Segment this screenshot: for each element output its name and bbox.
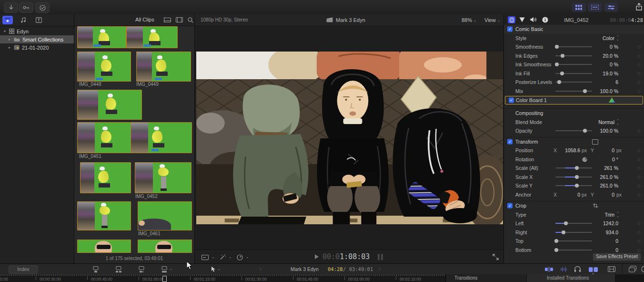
audio-meter[interactable] xyxy=(381,254,383,260)
anchor-y-field[interactable]: 0 xyxy=(594,192,614,198)
viewer-canvas[interactable] xyxy=(196,52,503,224)
viewer-zoom-popup[interactable]: 88% xyxy=(462,17,477,23)
share-button[interactable] xyxy=(635,3,643,11)
keyword-editor-button[interactable] xyxy=(19,2,33,13)
param-value[interactable]: 0 % xyxy=(575,62,618,67)
solo-button[interactable] xyxy=(574,266,581,272)
sidebar-item-library[interactable]: Edyn xyxy=(0,27,74,35)
position-y-field[interactable]: 0 xyxy=(594,147,614,153)
keyframe-diamond-icon[interactable] xyxy=(637,248,641,252)
crop-left-value[interactable]: 1242.0 xyxy=(575,220,618,226)
param-value[interactable]: 100.0 % xyxy=(575,88,618,94)
keyframe-diamond-icon[interactable] xyxy=(637,166,641,170)
keyframe-diamond-icon[interactable] xyxy=(637,89,641,94)
keyframe-diamond-icon[interactable] xyxy=(637,128,641,133)
film-view-button[interactable] xyxy=(176,17,183,22)
clip-filter-popup[interactable]: All Clips xyxy=(135,17,154,22)
connect-edit-button[interactable] xyxy=(91,265,100,273)
disclosure-closed-icon[interactable] xyxy=(8,45,11,50)
fullscreen-button[interactable] xyxy=(493,254,499,260)
viewer-timecode[interactable]: 00:01:08:03 xyxy=(322,252,370,261)
crop-bottom-value[interactable]: 0 xyxy=(575,247,618,253)
tab-libraries[interactable] xyxy=(2,16,13,24)
crop-type-popup[interactable]: Trim xyxy=(562,212,614,218)
transitions-browser-button[interactable] xyxy=(629,266,636,272)
viewer-view-popup[interactable]: View xyxy=(484,17,500,23)
anchor-x-field[interactable]: 0 xyxy=(557,192,580,198)
crop-top-value[interactable]: 0 xyxy=(575,238,618,244)
show-inspector-button[interactable] xyxy=(604,2,618,12)
show-timeline-button[interactable] xyxy=(588,2,602,12)
prev-project-arrow[interactable]: ‹ xyxy=(260,266,262,272)
index-button[interactable]: Index xyxy=(9,265,38,274)
clip-thumbnail[interactable] xyxy=(77,201,131,230)
keyframe-diamond-icon[interactable] xyxy=(637,62,641,67)
effect-enabled-checkbox[interactable] xyxy=(507,27,513,32)
position-x-field[interactable]: 1058.6 xyxy=(557,147,580,153)
transform-checkbox[interactable] xyxy=(507,139,513,144)
append-edit-button[interactable] xyxy=(137,265,146,273)
play-button[interactable] xyxy=(315,254,319,259)
tool-select-menu[interactable] xyxy=(210,265,222,273)
param-value[interactable]: 20.0 % xyxy=(575,53,618,59)
clip-appearance-menu[interactable] xyxy=(201,254,215,260)
disclosure-open-icon[interactable] xyxy=(3,29,7,33)
keyframe-diamond-icon[interactable] xyxy=(637,230,641,235)
keyframe-diamond-icon[interactable] xyxy=(637,175,641,179)
trim-mode-button[interactable] xyxy=(545,267,553,272)
tab-color-inspector[interactable] xyxy=(519,17,525,22)
clip-thumbnail[interactable] xyxy=(80,162,131,193)
sidebar-item-event[interactable]: 21-01-2020 xyxy=(0,43,74,52)
keyframe-diamond-icon[interactable] xyxy=(637,157,641,162)
scale-x-value[interactable]: 261.0 % xyxy=(575,174,618,180)
photos-browser-button[interactable] xyxy=(641,266,644,272)
tab-audio-inspector[interactable] xyxy=(530,17,537,22)
clip-thumbnail-img0452[interactable] xyxy=(135,162,191,193)
show-browser-button[interactable] xyxy=(572,2,586,12)
audio-skimming-button[interactable] xyxy=(560,266,567,272)
scale-y-value[interactable]: 261.0 % xyxy=(575,183,618,188)
effect-row-color-board[interactable]: Color Board 1 xyxy=(505,96,643,104)
effect-row-comic-basic[interactable]: Comic Basic xyxy=(504,25,644,34)
transform-onscreen-icon[interactable] xyxy=(592,139,598,145)
keyframe-diamond-icon[interactable] xyxy=(637,239,641,243)
clip-thumbnail-img0461[interactable] xyxy=(138,201,192,230)
scale-all-value[interactable]: 261 % xyxy=(575,165,618,171)
background-tasks-button[interactable] xyxy=(35,2,50,13)
crop-onscreen-icon[interactable] xyxy=(593,203,598,208)
effects-browser-button[interactable] xyxy=(608,266,615,272)
keyframe-diamond-icon[interactable] xyxy=(637,183,641,188)
clip-thumbnail-img0448[interactable] xyxy=(77,52,131,82)
blend-mode-popup[interactable]: Normal xyxy=(562,119,614,125)
insert-edit-button[interactable] xyxy=(114,265,123,273)
retime-menu[interactable] xyxy=(237,254,249,261)
keyframe-diamond-icon[interactable] xyxy=(637,53,641,58)
keyframe-diamond-icon[interactable] xyxy=(637,192,641,197)
keyframe-diamond-icon[interactable] xyxy=(637,221,641,226)
sidebar-item-smart-collections[interactable]: Smart Collections xyxy=(0,35,74,43)
installed-transitions-popup[interactable]: Installed Transitions xyxy=(526,274,615,282)
color-board-checkbox[interactable] xyxy=(509,98,514,103)
clip-thumbnail[interactable] xyxy=(77,26,126,48)
clip-thumbnail[interactable] xyxy=(77,240,131,253)
clip-appearance-button[interactable] xyxy=(164,18,171,22)
param-value[interactable]: 0 % xyxy=(575,44,618,50)
tab-photos-audio[interactable] xyxy=(18,16,29,24)
clip-thumbnail[interactable] xyxy=(126,26,178,48)
keyframe-diamond-icon[interactable] xyxy=(637,80,641,84)
param-value[interactable]: 19.0 % xyxy=(575,71,618,76)
clip-thumbnail[interactable] xyxy=(77,90,142,120)
import-media-button[interactable] xyxy=(4,2,18,13)
style-popup[interactable]: Color xyxy=(562,35,614,41)
enhancements-menu[interactable] xyxy=(220,254,232,260)
rotation-value[interactable]: 0 ° xyxy=(575,157,618,162)
playhead[interactable] xyxy=(162,276,167,282)
section-compositing[interactable]: Compositing xyxy=(504,108,644,118)
audio-meter[interactable] xyxy=(378,254,380,260)
keyframe-diamond-icon[interactable] xyxy=(637,71,641,76)
overwrite-edit-menu[interactable] xyxy=(160,265,173,273)
save-effects-preset-button[interactable]: Save Effects Preset xyxy=(593,253,641,261)
crop-checkbox[interactable] xyxy=(507,203,513,209)
clip-thumbnail-img0451[interactable] xyxy=(77,122,131,153)
clip-thumbnail-img0449[interactable] xyxy=(136,52,191,82)
